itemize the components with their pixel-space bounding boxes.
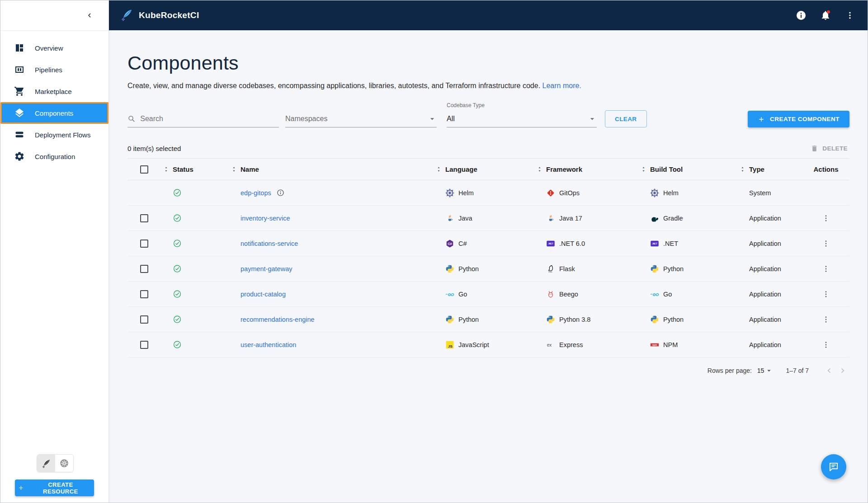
build-tool-label: NPM bbox=[663, 341, 678, 348]
sidebar-item-components[interactable]: Components bbox=[0, 102, 108, 124]
component-name-link[interactable]: payment-gateway bbox=[241, 265, 292, 273]
svg-text:C#: C# bbox=[448, 242, 452, 246]
row-checkbox[interactable] bbox=[140, 240, 148, 248]
feather-icon bbox=[41, 458, 51, 468]
go-icon: GO bbox=[445, 290, 454, 299]
language-label: Go bbox=[458, 291, 467, 298]
column-header-build-tool[interactable]: Build Tool bbox=[637, 165, 736, 173]
chat-fab-button[interactable] bbox=[821, 454, 846, 479]
svg-text:.NET: .NET bbox=[548, 242, 554, 245]
svg-text:.NET: .NET bbox=[652, 242, 658, 245]
component-name-link[interactable]: user-authentication bbox=[241, 341, 296, 348]
selected-count: 0 item(s) selected bbox=[127, 145, 181, 152]
status-success-icon bbox=[173, 340, 182, 349]
sort-icon bbox=[435, 166, 442, 173]
delete-button[interactable]: DELETE bbox=[808, 144, 849, 153]
build-tool-label: Python bbox=[663, 265, 684, 273]
row-actions-kebab-icon[interactable] bbox=[820, 288, 832, 300]
codebase-type-select[interactable]: All bbox=[447, 110, 597, 127]
sidebar-collapse-button[interactable] bbox=[83, 9, 96, 22]
info-circle-icon[interactable] bbox=[795, 9, 807, 21]
row-actions-kebab-icon[interactable] bbox=[820, 314, 832, 325]
create-component-button[interactable]: CREATE COMPONENT bbox=[748, 111, 849, 127]
learn-more-link[interactable]: Learn more. bbox=[542, 82, 581, 89]
framework-label: .NET 6.0 bbox=[559, 240, 585, 247]
notifications-bell-icon[interactable] bbox=[820, 9, 831, 21]
chevron-down-icon bbox=[588, 114, 597, 123]
table-body: edp-gitops Helm GitOps Helm System inven… bbox=[127, 180, 849, 357]
status-success-icon bbox=[173, 214, 182, 223]
clear-filters-button[interactable]: CLEAR bbox=[605, 110, 647, 127]
table-header: Status Name Language Framework Build Too… bbox=[127, 159, 849, 180]
filters-row: Namespaces Codebase Type All CLEAR CREAT… bbox=[127, 102, 849, 127]
codebase-type-field: Codebase Type All bbox=[447, 102, 597, 127]
sidebar-nav: Overview Pipelines Marketplace Component… bbox=[0, 31, 108, 167]
page-description: Create, view, and manage diverse codebas… bbox=[127, 82, 849, 90]
row-checkbox[interactable] bbox=[140, 265, 148, 273]
helm-icon bbox=[445, 188, 454, 197]
main-content: Components Create, view, and manage dive… bbox=[109, 30, 868, 503]
component-name-link[interactable]: inventory-service bbox=[241, 215, 290, 222]
sidebar-item-marketplace[interactable]: Marketplace bbox=[0, 80, 108, 102]
status-success-icon bbox=[173, 188, 182, 197]
build-tool-label: Go bbox=[663, 291, 672, 298]
language-label: C# bbox=[458, 240, 467, 247]
python-icon bbox=[546, 315, 555, 324]
svg-text:GO: GO bbox=[652, 292, 659, 296]
row-checkbox[interactable] bbox=[140, 315, 148, 324]
topbar-actions bbox=[795, 9, 856, 21]
component-name-link[interactable]: product-catalog bbox=[241, 291, 286, 298]
row-checkbox[interactable] bbox=[140, 290, 148, 298]
kebab-menu-icon[interactable] bbox=[844, 9, 856, 21]
component-name-link[interactable]: notifications-service bbox=[241, 240, 298, 247]
sort-icon bbox=[536, 166, 543, 173]
create-resource-button[interactable]: CREATE RESOURCE bbox=[15, 479, 94, 496]
sidebar-item-pipelines[interactable]: Pipelines bbox=[0, 59, 108, 80]
sidebar-item-label: Configuration bbox=[35, 153, 75, 160]
pipelines-icon bbox=[14, 64, 25, 75]
previous-page-button[interactable] bbox=[822, 364, 836, 377]
row-checkbox[interactable] bbox=[140, 214, 148, 222]
flask-icon: Flask bbox=[546, 264, 555, 273]
language-label: JavaScript bbox=[458, 341, 489, 348]
component-name-link[interactable]: recommendations-engine bbox=[241, 316, 315, 323]
next-page-button[interactable] bbox=[836, 364, 849, 377]
kubernetes-view-button[interactable] bbox=[55, 455, 73, 472]
build-tool-label: Helm bbox=[663, 189, 679, 197]
sidebar-header bbox=[0, 0, 108, 31]
select-all-checkbox[interactable] bbox=[140, 165, 148, 174]
pagination-range: 1–7 of 7 bbox=[786, 367, 809, 374]
row-actions-kebab-icon[interactable] bbox=[820, 212, 832, 224]
table-row: recommendations-engine Python Python 3.8… bbox=[127, 307, 849, 332]
search-input[interactable] bbox=[139, 114, 279, 123]
framework-label: Express bbox=[559, 341, 583, 348]
page-title: Components bbox=[127, 52, 849, 74]
sidebar-item-configuration[interactable]: Configuration bbox=[0, 146, 108, 167]
sidebar-item-overview[interactable]: Overview bbox=[0, 37, 108, 59]
type-label: Application bbox=[749, 240, 781, 247]
sidebar-item-deployment-flows[interactable]: Deployment Flows bbox=[0, 124, 108, 146]
column-header-type[interactable]: Type bbox=[736, 165, 802, 173]
column-header-language[interactable]: Language bbox=[432, 165, 533, 173]
pagination: Rows per page: 15 1–7 of 7 bbox=[127, 357, 849, 384]
type-label: System bbox=[749, 189, 771, 197]
kuberocketci-view-button[interactable] bbox=[37, 455, 55, 472]
express-icon: ex bbox=[546, 340, 555, 349]
column-header-framework[interactable]: Framework bbox=[533, 165, 637, 173]
type-label: Application bbox=[749, 265, 781, 273]
svg-text:JS: JS bbox=[448, 344, 453, 348]
component-name-link[interactable]: edp-gitops bbox=[241, 189, 271, 197]
python-icon bbox=[445, 315, 454, 324]
row-checkbox[interactable] bbox=[140, 341, 148, 349]
row-actions-kebab-icon[interactable] bbox=[820, 263, 832, 275]
svg-text:npm: npm bbox=[652, 343, 657, 346]
rows-per-page-select[interactable]: 15 bbox=[757, 367, 774, 375]
column-header-status[interactable]: Status bbox=[159, 165, 227, 173]
row-actions-kebab-icon[interactable] bbox=[820, 339, 832, 351]
column-header-name[interactable]: Name bbox=[227, 165, 432, 173]
row-actions-kebab-icon[interactable] bbox=[820, 238, 832, 249]
info-icon[interactable] bbox=[277, 189, 284, 197]
gitops-icon bbox=[546, 188, 555, 197]
namespaces-select[interactable]: Namespaces bbox=[285, 110, 437, 127]
search-field[interactable] bbox=[127, 110, 279, 127]
